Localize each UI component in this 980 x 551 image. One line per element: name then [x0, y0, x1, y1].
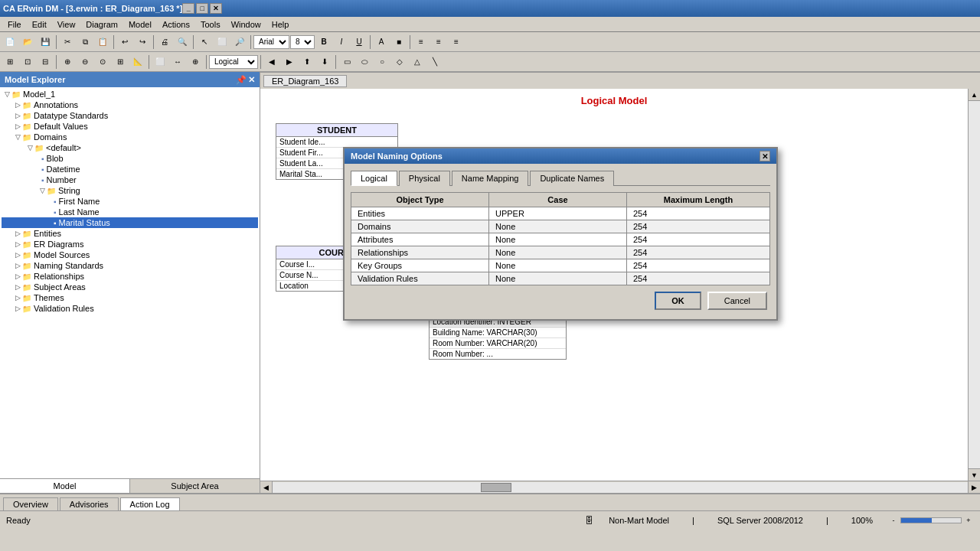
table-row: Validation Rules None 254 — [351, 272, 770, 285]
cell-domains[interactable]: Domains — [351, 220, 489, 233]
table-row: Attributes None 254 — [351, 233, 770, 246]
dialog-body: Logical Physical Name Mapping Duplicate … — [345, 164, 776, 319]
cell-validrules-maxlen[interactable]: 254 — [627, 272, 770, 285]
cell-attributes[interactable]: Attributes — [351, 233, 489, 246]
dialog-tab-duplicate[interactable]: Duplicate Names — [530, 171, 614, 186]
cell-entities[interactable]: Entities — [351, 207, 489, 220]
dialog-tab-logical[interactable]: Logical — [351, 171, 397, 186]
ok-button[interactable]: OK — [655, 292, 701, 310]
cell-domains-maxlen[interactable]: 254 — [627, 220, 770, 233]
cell-attributes-maxlen[interactable]: 254 — [627, 233, 770, 246]
dialog-tab-physical[interactable]: Physical — [399, 171, 450, 186]
cell-entities-case[interactable]: UPPER — [489, 207, 627, 220]
table-row: Relationships None 254 — [351, 246, 770, 259]
cell-relationships-case[interactable]: None — [489, 246, 627, 259]
cell-relationships[interactable]: Relationships — [351, 246, 489, 259]
cell-keygroups[interactable]: Key Groups — [351, 259, 489, 272]
model-naming-dialog: Model Naming Options ✕ Logical Physical … — [343, 147, 778, 321]
dialog-tab-namemapping[interactable]: Name Mapping — [452, 171, 529, 186]
dialog-tabs: Logical Physical Name Mapping Duplicate … — [351, 170, 770, 186]
table-row: Key Groups None 254 — [351, 259, 770, 272]
cell-keygroups-maxlen[interactable]: 254 — [627, 259, 770, 272]
table-row: Domains None 254 — [351, 220, 770, 233]
col-maxlength: Maximum Length — [627, 193, 770, 207]
dialog-title-bar: Model Naming Options ✕ — [345, 148, 776, 164]
dialog-close-btn[interactable]: ✕ — [760, 151, 770, 161]
col-case: Case — [489, 193, 627, 207]
cancel-button[interactable]: Cancel — [707, 292, 767, 310]
table-row: Entities UPPER 254 — [351, 207, 770, 220]
cell-validrules-case[interactable]: None — [489, 272, 627, 285]
dialog-title-text: Model Naming Options — [351, 152, 443, 161]
cell-keygroups-case[interactable]: None — [489, 259, 627, 272]
cell-domains-case[interactable]: None — [489, 220, 627, 233]
col-objecttype: Object Type — [351, 193, 489, 207]
naming-options-table: Object Type Case Maximum Length Entities… — [351, 192, 770, 285]
cell-validrules[interactable]: Validation Rules — [351, 272, 489, 285]
cell-entities-maxlen[interactable]: 254 — [627, 207, 770, 220]
cell-attributes-case[interactable]: None — [489, 233, 627, 246]
cell-relationships-maxlen[interactable]: 254 — [627, 246, 770, 259]
dialog-footer: OK Cancel — [351, 285, 770, 313]
